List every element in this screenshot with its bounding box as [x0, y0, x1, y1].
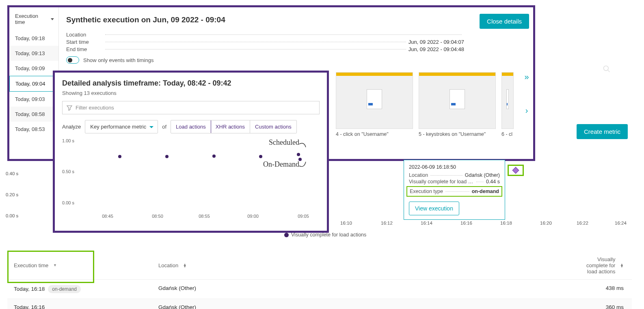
detailed-analysis-panel: Detailed analysis timeframe: Today, 08:4…	[53, 71, 329, 233]
y-tick: 1.00 s	[62, 138, 74, 143]
diamond-icon	[512, 167, 519, 174]
header-location[interactable]: Location ▲▼	[158, 256, 579, 275]
x-tick: 08:45	[102, 214, 113, 219]
event-thumbnail-strip: 4 - click on "Username" 5 - keystrokes o…	[336, 72, 534, 137]
bg-y-tick: 0.20 s	[6, 192, 18, 197]
thumbnail-card[interactable]: 5 - keystrokes on "Username"	[419, 72, 496, 137]
cell-location: Gdańsk (Other)	[158, 304, 579, 309]
annotation-ondemand: On-Demand	[263, 160, 299, 169]
action-type-segmented: Load actions XHR actions Custom actions	[171, 120, 297, 133]
show-only-events-label: Show only events with timings	[83, 57, 153, 63]
curly-arrow-icon	[298, 142, 308, 151]
table-header-row: Execution time ▼ Location ▲▼ Visually co…	[7, 251, 632, 280]
cell-location: Gdańsk (Other)	[158, 285, 579, 293]
thumbnail-card-partial[interactable]: 6 - cl	[501, 72, 514, 137]
ondemand-marker-highlight	[508, 165, 524, 176]
metric-dropdown[interactable]: Key performance metric	[85, 120, 158, 133]
analysis-title: Detailed analysis timeframe: Today, 08:4…	[62, 79, 320, 88]
execution-time-item[interactable]: Today, 09:09	[9, 61, 58, 76]
tooltip-exec-value: on-demand	[472, 189, 499, 194]
chart-point[interactable]	[118, 155, 121, 158]
search-icon	[603, 65, 611, 73]
table-row[interactable]: Today, 16:18on-demand Gdańsk (Other) 438…	[7, 280, 632, 299]
thumbnail-caption: 4 - click on "Username"	[336, 131, 413, 137]
view-execution-button[interactable]: View execution	[409, 202, 459, 215]
chart-point[interactable]	[212, 154, 216, 158]
tooltip-exec-label: Execution type	[410, 189, 443, 194]
execution-time-item[interactable]: Today, 09:04	[9, 76, 58, 92]
header-execution-time[interactable]: Execution time ▼	[7, 256, 158, 275]
cell-vc: 360 ms	[579, 304, 632, 309]
ondemand-badge: on-demand	[48, 285, 81, 293]
bg-chart-legend: Visually complete for load actions	[284, 232, 366, 238]
svg-line-1	[608, 70, 610, 72]
create-metric-button[interactable]: Create metric	[577, 124, 628, 139]
execution-time-item[interactable]: Today, 08:58	[9, 107, 58, 122]
close-details-button[interactable]: Close details	[480, 14, 529, 29]
x-tick: 08:50	[152, 214, 163, 219]
execution-time-item[interactable]: Today, 09:18	[9, 31, 58, 46]
thumbnail-caption: 5 - keystrokes on "Username"	[419, 131, 496, 137]
sort-icon: ▲▼	[183, 264, 187, 268]
tooltip-loc-label: Location	[409, 172, 428, 178]
meta-location-label: Location	[66, 32, 103, 38]
sidebar-header-label: Execution time	[15, 13, 49, 25]
header-visually-complete[interactable]: Visually complete for load actions ▲▼	[579, 256, 632, 275]
table-row[interactable]: Today, 16:16 Gdańsk (Other) 360 ms	[7, 299, 632, 309]
segment-xhr-actions[interactable]: XHR actions	[211, 120, 250, 133]
bg-y-tick: 0.00 s	[6, 213, 18, 218]
bg-x-tick: 16:20	[540, 221, 552, 225]
chart-point[interactable]	[259, 155, 262, 158]
thumbnail-card[interactable]: 4 - click on "Username"	[336, 72, 413, 137]
execution-tooltip: 2022-06-09 16:18:50 LocationGdańsk (Othe…	[404, 160, 505, 220]
tooltip-vc-label: Visually complete for load actions	[409, 179, 474, 185]
analyze-label: Analyze	[62, 124, 81, 130]
execution-time-sidebar: Execution time Today, 09:18Today, 09:13T…	[9, 7, 59, 159]
meta-start-label: Start time	[66, 39, 103, 45]
thumbnail-image	[501, 72, 514, 129]
details-title: Synthetic execution on Jun, 09 2022 - 09…	[66, 15, 526, 24]
meta-end-value: Jun, 09 2022 - 09:04:48	[408, 46, 464, 52]
y-tick: 0.50 s	[62, 169, 74, 174]
filter-executions-input[interactable]: Filter executions	[62, 101, 320, 114]
cell-vc: 438 ms	[579, 285, 632, 293]
chart-point[interactable]	[297, 153, 300, 156]
execution-time-item[interactable]: Today, 08:53	[9, 122, 58, 137]
bg-x-tick: 16:14	[421, 221, 432, 225]
thumbnail-image	[336, 72, 413, 129]
x-tick: 08:55	[199, 214, 210, 219]
bg-x-tick: 16:12	[381, 221, 393, 225]
thumbnail-image	[419, 72, 496, 129]
meta-end-label: End time	[66, 46, 103, 52]
segment-custom-actions[interactable]: Custom actions	[250, 120, 296, 133]
curly-arrow-icon	[298, 159, 308, 168]
bg-x-tick: 16:22	[577, 221, 588, 225]
annotation-scheduled: Scheduled	[269, 138, 299, 147]
filter-icon	[67, 105, 72, 111]
thumbnails-next-all-icon[interactable]: »	[524, 72, 529, 82]
segment-load-actions[interactable]: Load actions	[171, 120, 211, 133]
cell-time: Today, 16:16	[14, 304, 45, 309]
bg-y-tick: 0.40 s	[6, 171, 18, 176]
filter-placeholder-text: Filter executions	[76, 105, 114, 111]
legend-swatch-icon	[284, 233, 289, 237]
bg-x-tick: 16:10	[340, 221, 352, 225]
meta-start-value: Jun, 09 2022 - 09:04:07	[408, 39, 464, 45]
y-tick: 0.00 s	[62, 200, 74, 205]
thumbnails-next-icon[interactable]: ›	[525, 106, 528, 115]
bg-x-tick: 16:24	[615, 221, 627, 225]
execution-time-sort-header[interactable]: Execution time	[9, 7, 58, 31]
tooltip-exec-type-row: Execution typeon-demand	[406, 186, 502, 197]
bg-x-tick: 16:18	[500, 221, 512, 225]
executions-table: Execution time ▼ Location ▲▼ Visually co…	[7, 251, 632, 309]
analysis-subtitle: Showing 13 executions	[62, 90, 320, 96]
show-only-events-toggle[interactable]	[66, 56, 79, 64]
execution-time-item[interactable]: Today, 09:03	[9, 92, 58, 107]
x-tick: 09:05	[298, 214, 309, 219]
chart-point[interactable]	[165, 155, 169, 158]
executions-scatter-chart: 1.00 s 0.50 s 0.00 s 08:45 08:50 08:55 0…	[62, 137, 320, 219]
tooltip-loc-value: Gdańsk (Other)	[465, 172, 500, 178]
legend-text: Visually complete for load actions	[291, 232, 366, 238]
execution-time-item[interactable]: Today, 09:13	[9, 46, 58, 61]
tooltip-vc-value: 0.44 s	[486, 179, 500, 185]
